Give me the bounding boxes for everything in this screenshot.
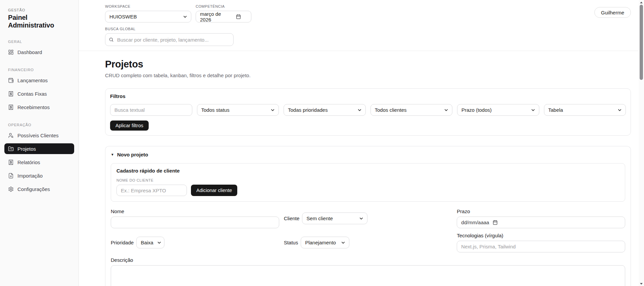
descricao-label: Descrição xyxy=(111,257,625,263)
topbar: WORKSPACE HUIOSWEB COMPETÊNCIA março de … xyxy=(79,0,644,51)
filters-text-search-input[interactable] xyxy=(110,104,192,116)
prioridade-field-cell: Prioridade Baixa xyxy=(111,233,279,252)
filters-title: Filtros xyxy=(110,93,626,99)
sidebar-item-label: Projetos xyxy=(17,146,36,152)
sidebar-section-label: OPERAÇÃO xyxy=(4,123,74,127)
sidebar-item-lancamentos[interactable]: Lançamentos xyxy=(4,75,74,86)
sidebar: GESTÃO Painel Administrativo GERAL Dashb… xyxy=(0,0,79,286)
sidebar-section-financeiro: FINANCEIRO Lançamentos Contas Fixas Rece… xyxy=(4,68,74,112)
cliente-label: Cliente xyxy=(284,216,300,221)
sidebar-item-label: Recebimentos xyxy=(17,104,50,110)
sidebar-item-label: Configurações xyxy=(17,186,50,192)
deadline-filter-select[interactable]: Prazo (todos) xyxy=(457,104,539,116)
add-client-button[interactable]: Adicionar cliente xyxy=(191,185,237,196)
folder-kanban-icon xyxy=(8,146,14,152)
workspace-select[interactable]: HUIOSWEB xyxy=(105,11,191,22)
prazo-date-input[interactable]: dd/mm/aaaa xyxy=(457,217,625,228)
status-label: Status xyxy=(284,240,298,245)
vertical-scrollbar-track[interactable] xyxy=(639,0,644,286)
sidebar-item-projetos[interactable]: Projetos xyxy=(4,143,74,154)
status-filter-select[interactable]: Todos status xyxy=(197,104,279,116)
receipt-icon xyxy=(8,104,14,110)
competencia-label: COMPETÊNCIA xyxy=(196,4,251,8)
descricao-field-cell: Descrição xyxy=(111,257,625,286)
tecnologias-input[interactable] xyxy=(457,241,625,252)
sidebar-item-recebimentos[interactable]: Recebimentos xyxy=(4,102,74,112)
vertical-scrollbar-thumb[interactable] xyxy=(640,5,643,80)
sidebar-item-possiveis-clientes[interactable]: Possíveis Clientes xyxy=(4,130,74,141)
global-search-input[interactable] xyxy=(105,33,234,46)
wallet-icon xyxy=(8,78,14,83)
competencia-month-input[interactable]: março de 2026 xyxy=(196,11,251,22)
calendar-icon[interactable] xyxy=(493,220,498,225)
tecnologias-label: Tecnologias (vírgula) xyxy=(457,233,625,238)
busca-global-label: BUSCA GLOBAL xyxy=(105,27,631,31)
sidebar-section-geral: GERAL Dashboard xyxy=(4,40,74,57)
sidebar-item-label: Possíveis Clientes xyxy=(17,133,59,138)
client-name-input[interactable] xyxy=(116,185,187,196)
priority-filter-select[interactable]: Todas prioridades xyxy=(284,104,366,116)
scrollbar-arrow-up-icon[interactable] xyxy=(639,0,644,4)
page-subtitle: CRUD completo com tabela, kanban, filtro… xyxy=(105,73,631,78)
sidebar-item-label: Relatórios xyxy=(17,159,40,165)
view-mode-select[interactable]: Tabela xyxy=(544,104,626,116)
page-title: Projetos xyxy=(105,59,631,70)
quick-client-title: Cadastro rápido de cliente xyxy=(116,168,620,174)
workspace-label: WORKSPACE xyxy=(105,4,191,8)
sidebar-section-label: GERAL xyxy=(4,40,74,44)
layout-dashboard-icon xyxy=(8,49,14,55)
prazo-label: Prazo xyxy=(457,208,625,214)
new-project-section: Novo projeto Cadastro rápido de cliente … xyxy=(105,146,631,286)
quick-client-card: Cadastro rápido de cliente NOME DO CLIEN… xyxy=(111,163,625,202)
nome-input[interactable] xyxy=(111,217,279,228)
cliente-select[interactable]: Sem cliente xyxy=(302,212,367,224)
sidebar-item-configuracoes[interactable]: Configurações xyxy=(4,184,74,194)
filters-card: Filtros Todos status Todas prioridades xyxy=(105,88,631,136)
prazo-field-cell: Prazo dd/mm/aaaa xyxy=(457,208,625,228)
client-name-label: NOME DO CLIENTE xyxy=(116,178,620,182)
prioridade-select[interactable]: Baixa xyxy=(136,237,164,248)
nome-label: Nome xyxy=(111,208,279,214)
apply-filters-button[interactable]: Aplicar filtros xyxy=(110,121,149,131)
sidebar-item-importacao[interactable]: Importação xyxy=(4,170,74,181)
calendar-icon[interactable] xyxy=(236,14,241,19)
tecnologias-field-cell: Tecnologias (vírgula) xyxy=(457,233,625,252)
app-title: Painel Administrativo xyxy=(4,14,74,29)
sidebar-section-label: FINANCEIRO xyxy=(4,68,74,72)
scrollbar-arrow-down-icon[interactable] xyxy=(639,282,644,286)
status-select[interactable]: Planejamento xyxy=(301,237,349,248)
new-project-summary[interactable]: Novo projeto xyxy=(111,152,625,157)
sidebar-section-operacao: OPERAÇÃO Possíveis Clientes Projetos Rel… xyxy=(4,123,74,194)
file-up-icon xyxy=(8,173,14,179)
sidebar-item-label: Lançamentos xyxy=(17,78,48,83)
user-menu-button[interactable]: Guilherme xyxy=(594,7,631,18)
receipt-icon xyxy=(8,159,14,165)
nome-field-cell: Nome xyxy=(111,208,279,228)
sidebar-eyebrow: GESTÃO xyxy=(4,8,74,12)
prazo-placeholder: dd/mm/aaaa xyxy=(461,220,489,225)
sidebar-item-label: Contas Fixas xyxy=(17,91,47,97)
status-field-cell: Status Planejamento xyxy=(284,233,452,252)
search-icon xyxy=(109,37,114,42)
descricao-textarea[interactable] xyxy=(111,265,625,286)
sidebar-item-dashboard[interactable]: Dashboard xyxy=(4,47,74,57)
sidebar-item-relatorios[interactable]: Relatórios xyxy=(4,157,74,168)
main-area: WORKSPACE HUIOSWEB COMPETÊNCIA março de … xyxy=(79,0,644,286)
receipt-icon xyxy=(8,91,14,97)
new-project-form: Nome Cliente Sem cliente Pra xyxy=(111,208,625,286)
settings-gear-icon xyxy=(8,186,14,192)
cliente-field-cell: Cliente Sem cliente xyxy=(284,208,452,228)
competencia-value: março de 2026 xyxy=(200,11,233,22)
sidebar-item-label: Importação xyxy=(17,173,43,179)
prioridade-label: Prioridade xyxy=(111,240,134,245)
new-project-summary-label: Novo projeto xyxy=(117,152,148,157)
page-content: Projetos CRUD completo com tabela, kanba… xyxy=(79,51,644,286)
user-search-icon xyxy=(8,133,14,138)
sidebar-item-label: Dashboard xyxy=(17,49,42,55)
sidebar-item-contas-fixas[interactable]: Contas Fixas xyxy=(4,88,74,99)
client-filter-select[interactable]: Todos clientes xyxy=(370,104,453,116)
